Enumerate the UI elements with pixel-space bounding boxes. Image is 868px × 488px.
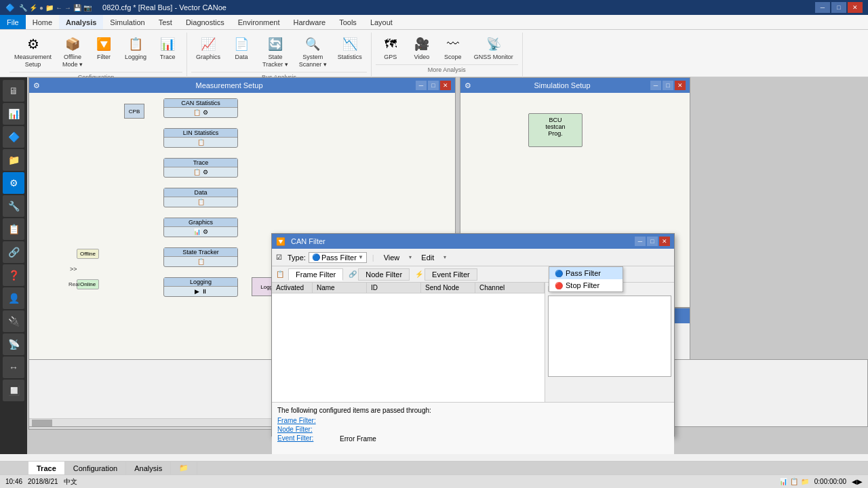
- scroll-thumb[interactable]: [32, 420, 52, 426]
- sidebar-icon-14[interactable]: 🔲: [3, 380, 24, 401]
- sidebar-icon-9[interactable]: ❓: [3, 264, 24, 286]
- ribbon-btn-filter[interactable]: 🔽 Filter: [89, 33, 119, 63]
- ribbon-btn-measurement-setup[interactable]: ⚙ MeasurementSetup: [9, 33, 56, 70]
- menu-hardware[interactable]: Hardware: [287, 15, 333, 29]
- ribbon-btn-logging[interactable]: 📋 Logging: [120, 33, 151, 63]
- sidebar-icon-3[interactable]: 🔷: [3, 126, 24, 148]
- ribbon-btn-statistics[interactable]: 📉 Statistics: [333, 33, 367, 63]
- window-controls[interactable]: ─ □ ✕: [815, 2, 863, 13]
- sw-restore[interactable]: □: [663, 81, 673, 90]
- minimize-btn[interactable]: ─: [815, 2, 830, 13]
- ribbon-btn-scope[interactable]: 〰 Scope: [438, 33, 468, 63]
- menu-test[interactable]: Test: [152, 15, 179, 29]
- main-area: 🖥 📊 🔷 📁 ⚙ 🔧 📋 🔗 ❓ 👤 🔌 📡 ↔ 🔲 ⚙ Measuremen…: [0, 77, 868, 454]
- node-filter-tab[interactable]: Node Filter: [358, 268, 410, 281]
- ribbon-group-more-label: More Analysis: [376, 64, 518, 73]
- sidebar-icon-2[interactable]: 📊: [3, 103, 24, 125]
- dialog-controls[interactable]: ─ □ ✕: [635, 237, 670, 246]
- col-send-node: Send Node: [421, 283, 475, 293]
- ribbon-btn-offline-mode[interactable]: 📦 OfflineMode ▾: [58, 33, 87, 70]
- frame-filter-tab[interactable]: Frame Filter: [288, 268, 343, 281]
- node-filter-link[interactable]: Node Filter:: [277, 426, 669, 433]
- ribbon-group-more-analysis: 🗺 GPS 🎥 Video 〰 Scope 📡 GNSS Monitor Mor…: [372, 33, 523, 82]
- sidebar-icon-5[interactable]: ⚙: [3, 172, 24, 194]
- sidebar-icon-7[interactable]: 📋: [3, 218, 24, 240]
- view-menu-btn[interactable]: View: [380, 252, 404, 263]
- menu-environment[interactable]: Environment: [231, 15, 287, 29]
- ribbon-group-bus-analysis: 📈 Graphics 📄 Data 🔄 StateTracker ▾ 🔍 Sys…: [187, 33, 372, 82]
- event-filter-row: Event Filter: Error Frame: [277, 434, 669, 443]
- dialog-restore[interactable]: □: [647, 237, 658, 246]
- can-statistics-box: CAN Statistics 📋⚙: [163, 98, 238, 118]
- bottom-tab-configuration[interactable]: Configuration: [65, 462, 126, 474]
- ribbon-btn-state-tracker[interactable]: 🔄 StateTracker ▾: [258, 33, 293, 70]
- menu-file[interactable]: File: [0, 15, 26, 29]
- ribbon-btn-gnss[interactable]: 📡 GNSS Monitor: [469, 33, 518, 63]
- sw-minimize[interactable]: ─: [650, 81, 661, 90]
- status-mode: 中文: [64, 477, 77, 487]
- event-filter-link[interactable]: Event Filter:: [277, 434, 337, 442]
- dialog-toolbar: ☑ Type: 🔵 Pass Filter ▼ | View ▾ Edit ▾: [272, 249, 674, 266]
- restore-btn[interactable]: □: [831, 2, 846, 13]
- filter-list[interactable]: [272, 293, 545, 402]
- gps-icon: 🗺: [381, 35, 400, 54]
- arrow-label: >>: [70, 266, 77, 272]
- can-filter-dialog: 🔽 CAN Filter ─ □ ✕ ☑ Type: 🔵 Pass Filter…: [271, 233, 675, 436]
- menu-layout[interactable]: Layout: [363, 15, 399, 29]
- ribbon-btn-video[interactable]: 🎥 Video: [407, 33, 437, 63]
- sidebar-icon-11[interactable]: 🔌: [3, 310, 24, 332]
- stop-filter-option[interactable]: 🔴 Stop Filter: [549, 279, 623, 291]
- bottom-tab-extra[interactable]: 📁: [171, 462, 197, 474]
- sidebar-icon-10[interactable]: 👤: [3, 287, 24, 309]
- menu-analysis[interactable]: Analysis: [59, 15, 103, 29]
- mw-close[interactable]: ✕: [440, 81, 451, 90]
- mw-restore[interactable]: □: [428, 81, 439, 90]
- data-box: Data 📋: [163, 188, 238, 207]
- close-btn[interactable]: ✕: [848, 2, 863, 13]
- dialog-titlebar: 🔽 CAN Filter ─ □ ✕: [272, 234, 674, 249]
- ribbon-btn-data[interactable]: 📄 Data: [226, 33, 256, 63]
- menu-home[interactable]: Home: [26, 15, 59, 29]
- menu-simulation[interactable]: Simulation: [103, 15, 151, 29]
- frame-filter-link[interactable]: Frame Filter:: [277, 417, 669, 424]
- filter-text-area[interactable]: [548, 296, 671, 377]
- pass-filter-icon: 🔵: [555, 270, 563, 277]
- ribbon-btn-system-scanner[interactable]: 🔍 SystemScanner ▾: [294, 33, 332, 70]
- simulation-window-controls[interactable]: ─ □ ✕: [650, 81, 686, 90]
- measurement-window-controls[interactable]: ─ □ ✕: [416, 81, 451, 90]
- measurement-window-title: Measurement Setup: [195, 81, 262, 89]
- bcu-box: BCU testcan Prog.: [528, 113, 583, 147]
- bcu-prog: Prog.: [534, 130, 576, 137]
- title-bar: 🔷 🔧 ⚡ ● 📁 ← → 💾 📷 0820.cfg * [Real Bus] …: [0, 0, 868, 15]
- ribbon-btn-gps[interactable]: 🗺 GPS: [376, 33, 406, 63]
- sw-close[interactable]: ✕: [675, 81, 686, 90]
- type-dropdown-area: Type: 🔵 Pass Filter ▼: [288, 252, 367, 263]
- edit-menu-btn[interactable]: Edit: [417, 252, 438, 263]
- event-filter-tab[interactable]: Event Filter: [425, 268, 477, 281]
- title-bar-icons: 🔧 ⚡ ● 📁 ← → 💾 📷: [19, 4, 92, 12]
- mw-minimize[interactable]: ─: [416, 81, 427, 90]
- scope-icon: 〰: [443, 35, 462, 54]
- type-dropdown-btn[interactable]: 🔵 Pass Filter ▼: [309, 252, 367, 263]
- sidebar-icon-13[interactable]: ↔: [3, 357, 24, 378]
- dialog-minimize[interactable]: ─: [635, 237, 646, 246]
- ribbon-btn-trace[interactable]: 📊 Trace: [153, 33, 182, 63]
- offline-box: Offline: [77, 249, 99, 259]
- bottom-tab-trace[interactable]: Trace: [28, 462, 65, 474]
- pass-filter-option[interactable]: 🔵 Pass Filter: [549, 267, 623, 279]
- bottom-tab-analysis[interactable]: Analysis: [126, 462, 171, 474]
- menu-diagnostics[interactable]: Diagnostics: [179, 15, 231, 29]
- dropdown-arrow-icon: ▼: [358, 254, 363, 260]
- sidebar-icon-6[interactable]: 🔧: [3, 195, 24, 217]
- system-scanner-icon: 🔍: [303, 35, 322, 54]
- ribbon-btn-graphics[interactable]: 📈 Graphics: [191, 33, 225, 63]
- sidebar-icon-4[interactable]: 📁: [3, 149, 24, 171]
- dialog-close[interactable]: ✕: [659, 237, 670, 246]
- type-dropdown-icon: 🔵: [312, 253, 320, 261]
- sidebar-icon-12[interactable]: 📡: [3, 333, 24, 355]
- sidebar-icon-1[interactable]: 🖥: [3, 80, 24, 102]
- window-title: 0820.cfg * [Real Bus] - Vector CANoe: [102, 3, 226, 12]
- menu-tools[interactable]: Tools: [332, 15, 363, 29]
- sidebar-icon-8[interactable]: 🔗: [3, 241, 24, 263]
- filter-checkbox[interactable]: ☑: [276, 253, 282, 261]
